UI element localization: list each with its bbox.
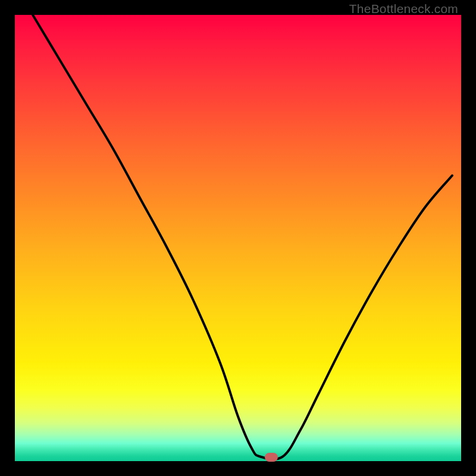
chart-frame: TheBottleneck.com: [0, 0, 476, 476]
curve-svg: [15, 15, 461, 461]
minimum-marker: [265, 453, 278, 462]
plot-area: [15, 15, 461, 461]
curve-path: [33, 15, 452, 459]
watermark-text: TheBottleneck.com: [349, 2, 458, 16]
